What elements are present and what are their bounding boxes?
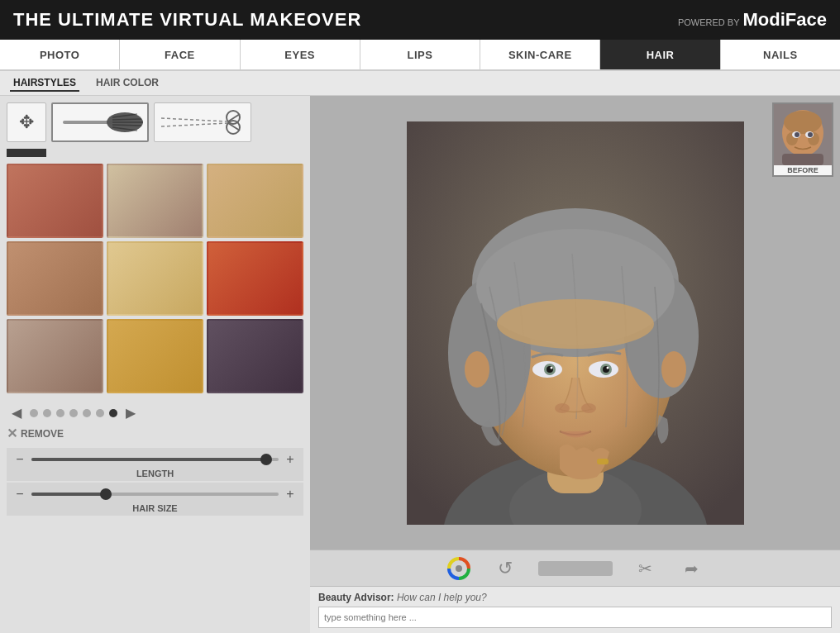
hairstyle-thumb-8[interactable] — [107, 319, 203, 393]
nav-tab-eyes[interactable]: EYES — [241, 40, 360, 69]
page-dot-5[interactable] — [96, 409, 104, 417]
tool-row: ✥ — [7, 102, 303, 142]
before-thumbnail: BEFORE — [772, 102, 833, 177]
length-slider-track[interactable] — [31, 458, 279, 461]
pagination-row: ◀ ▶ — [7, 400, 303, 426]
brush-icon — [55, 106, 146, 139]
powered-by: POWERED BY ModiFace — [678, 9, 827, 31]
brush-tool[interactable] — [51, 102, 149, 142]
bottom-toolbar: ↺ ✂ ➦ — [310, 550, 840, 586]
nav-tabs: PHOTOFACEEYESLIPSSKIN-CAREHAIRNAILS — [0, 40, 840, 71]
before-image-svg — [774, 104, 832, 165]
svg-point-33 — [465, 351, 489, 388]
hairstyle-thumb-9[interactable] — [207, 319, 303, 393]
sub-tab-hairstyles[interactable]: HAIRSTYLES — [10, 75, 79, 92]
remove-label: REMOVE — [21, 428, 64, 440]
length-decrease[interactable]: − — [13, 452, 26, 467]
hairstyle-thumb-2[interactable] — [107, 164, 203, 238]
nav-tab-face[interactable]: FACE — [120, 40, 240, 69]
remove-row: ✕ REMOVE — [7, 426, 303, 441]
hairstyle-thumb-7[interactable] — [7, 319, 103, 393]
main-image-area: BEFORE — [310, 96, 840, 550]
hairstyle-grid — [7, 164, 303, 393]
powered-by-label: POWERED BY — [678, 17, 740, 27]
page-dot-0[interactable] — [30, 409, 38, 417]
svg-point-38 — [784, 111, 822, 134]
beauty-advisor-input[interactable] — [318, 607, 832, 628]
beauty-advisor-prompt: How can I help you? — [397, 592, 487, 603]
svg-line-7 — [161, 118, 227, 121]
hair-size-slider-track[interactable] — [31, 493, 279, 496]
main-layout: ✥ — [0, 96, 840, 633]
svg-rect-45 — [782, 154, 823, 165]
right-panel: BEFORE ↺ ✂ ➦ Beauty Adv — [310, 96, 840, 633]
length-increase[interactable]: + — [284, 452, 297, 467]
hair-size-label: HAIR SIZE — [13, 503, 297, 513]
nav-tab-photo[interactable]: PHOTO — [0, 40, 120, 69]
page-dot-1[interactable] — [43, 409, 51, 417]
length-label: LENGTH — [13, 469, 297, 478]
move-tool[interactable]: ✥ — [7, 102, 46, 142]
svg-point-31 — [555, 403, 570, 413]
color-swatch — [7, 149, 46, 157]
nav-tab-skin-care[interactable]: SKIN-CARE — [480, 40, 600, 69]
page-dot-6[interactable] — [109, 409, 117, 417]
hair-size-decrease[interactable]: − — [13, 487, 26, 502]
app-title: THE ULTIMATE VIRTUAL MAKEOVER — [13, 9, 361, 31]
undo-icon[interactable]: ↺ — [492, 555, 518, 582]
before-label: BEFORE — [774, 165, 832, 175]
hair-size-slider-row: − + — [13, 485, 297, 503]
length-slider-container: − + LENGTH — [7, 448, 303, 481]
page-dot-4[interactable] — [83, 409, 91, 417]
scissors-icon[interactable]: ✂ — [632, 555, 659, 582]
zoom-bar[interactable] — [538, 561, 613, 576]
svg-line-5 — [112, 125, 141, 126]
nav-tab-lips[interactable]: LIPS — [360, 40, 480, 69]
main-photo-svg — [407, 121, 744, 525]
page-dot-2[interactable] — [56, 409, 64, 417]
svg-line-3 — [112, 119, 141, 120]
svg-point-34 — [661, 351, 686, 388]
nav-tab-hair[interactable]: HAIR — [600, 40, 720, 69]
svg-rect-1 — [63, 121, 112, 124]
length-slider-row: − + — [13, 450, 297, 469]
svg-rect-35 — [597, 459, 609, 464]
hair-size-increase[interactable]: + — [284, 487, 297, 502]
hairstyle-thumb-4[interactable] — [7, 241, 103, 316]
hairstyle-thumb-6[interactable] — [207, 241, 303, 316]
prev-page-arrow[interactable]: ◀ — [8, 403, 25, 422]
hairstyle-thumb-1[interactable] — [7, 164, 103, 238]
svg-point-30 — [606, 366, 609, 369]
before-thumb-image — [774, 104, 832, 165]
color-wheel-icon[interactable] — [446, 555, 472, 582]
sub-tabs: HAIRSTYLESHAIR COLOR — [0, 71, 840, 96]
share-icon[interactable]: ➦ — [679, 555, 705, 582]
next-page-arrow[interactable]: ▶ — [122, 403, 139, 422]
scissors-icon — [157, 106, 248, 139]
header: THE ULTIMATE VIRTUAL MAKEOVER POWERED BY… — [0, 0, 840, 40]
svg-line-8 — [161, 123, 227, 126]
nav-tab-nails[interactable]: NAILS — [721, 40, 840, 69]
sliders-container: − + LENGTH − + — [7, 448, 303, 516]
hairstyle-thumb-5[interactable] — [107, 241, 203, 316]
page-dot-3[interactable] — [69, 409, 78, 417]
svg-point-47 — [456, 565, 462, 572]
sub-tab-hair-color[interactable]: HAIR COLOR — [93, 75, 162, 92]
beauty-advisor-bold-label: Beauty Advisor: — [318, 592, 394, 603]
scissors-tool[interactable] — [154, 102, 251, 142]
svg-point-44 — [808, 132, 813, 137]
beauty-advisor-label: Beauty Advisor: How can I help you? — [318, 592, 832, 603]
left-panel: ✥ — [0, 96, 310, 633]
beauty-advisor-section: Beauty Advisor: How can I help you? — [310, 586, 840, 633]
svg-point-29 — [550, 366, 552, 369]
svg-point-22 — [497, 299, 654, 349]
svg-point-32 — [581, 403, 596, 413]
hairstyle-thumb-3[interactable] — [207, 164, 303, 238]
brand-name: ModiFace — [743, 9, 827, 31]
remove-button[interactable]: ✕ REMOVE — [7, 426, 64, 441]
hair-size-slider-container: − + HAIR SIZE — [7, 483, 303, 516]
svg-point-43 — [795, 132, 799, 137]
